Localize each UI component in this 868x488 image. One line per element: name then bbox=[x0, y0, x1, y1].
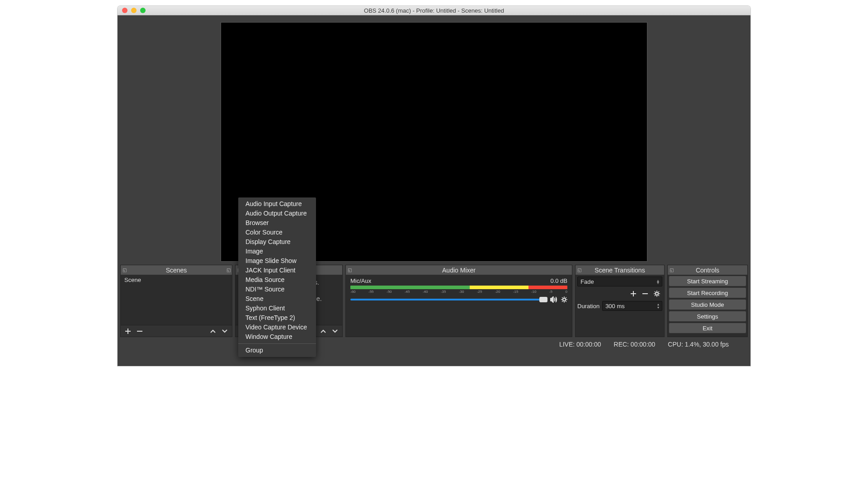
channel-db: 0.0 dB bbox=[550, 277, 567, 284]
move-source-down-button[interactable] bbox=[330, 327, 340, 336]
tick: -60 bbox=[350, 290, 356, 294]
duration-label: Duration bbox=[577, 303, 599, 310]
popout-icon[interactable]: ◱ bbox=[226, 267, 231, 273]
remove-transition-button[interactable] bbox=[641, 289, 650, 298]
tick: 0 bbox=[565, 290, 567, 294]
scenes-header: ◱ Scenes ◱ bbox=[121, 265, 232, 275]
scenes-dock: ◱ Scenes ◱ Scene bbox=[120, 265, 232, 337]
window-title: OBS 24.0.6 (mac) - Profile: Untitled - S… bbox=[118, 7, 750, 14]
menu-item-display-capture[interactable]: Display Capture bbox=[238, 237, 316, 247]
tick: -50 bbox=[387, 290, 392, 294]
tick: -25 bbox=[477, 290, 482, 294]
duration-row: Duration 300 ms ▴▾ bbox=[577, 301, 662, 311]
transition-select[interactable]: Fade ▴▾ bbox=[577, 277, 662, 286]
add-transition-button[interactable] bbox=[629, 289, 638, 298]
menu-item-color-source[interactable]: Color Source bbox=[238, 228, 316, 237]
tick: -30 bbox=[459, 290, 464, 294]
menu-item-audio-output-capture[interactable]: Audio Output Capture bbox=[238, 209, 316, 218]
titlebar: OBS 24.0.6 (mac) - Profile: Untitled - S… bbox=[118, 6, 750, 15]
transitions-header: ◱ Scene Transitions bbox=[576, 265, 664, 275]
popout-icon[interactable]: ◱ bbox=[669, 267, 674, 273]
tick: -10 bbox=[531, 290, 537, 294]
move-scene-up-button[interactable] bbox=[208, 327, 217, 336]
menu-item-browser[interactable]: Browser bbox=[238, 218, 316, 228]
duration-spinbox[interactable]: 300 ms ▴▾ bbox=[602, 301, 662, 311]
mixer-channel: Mic/Aux 0.0 dB -60 -55 -50 -45 -40 -35 -… bbox=[346, 275, 572, 305]
mixer-header: ◱ Audio Mixer bbox=[346, 265, 572, 275]
move-scene-down-button[interactable] bbox=[220, 327, 229, 336]
scene-item[interactable]: Scene bbox=[121, 275, 232, 285]
app-body: ◱ Scenes ◱ Scene bbox=[118, 15, 750, 366]
maximize-window-button[interactable] bbox=[140, 8, 146, 13]
menu-item-image[interactable]: Image bbox=[238, 247, 316, 256]
audio-mixer-dock: ◱ Audio Mixer Mic/Aux 0.0 dB -60 -55 -5 bbox=[345, 265, 572, 337]
status-live: LIVE: 00:00:00 bbox=[559, 341, 601, 348]
menu-item-text-freetype[interactable]: Text (FreeType 2) bbox=[238, 313, 316, 323]
minimize-window-button[interactable] bbox=[131, 8, 137, 13]
status-bar: LIVE: 00:00:00 REC: 00:00:00 CPU: 1.4%, … bbox=[118, 337, 750, 352]
tick: -15 bbox=[513, 290, 519, 294]
menu-item-media-source[interactable]: Media Source bbox=[238, 275, 316, 285]
menu-item-jack-input-client[interactable]: JACK Input Client bbox=[238, 266, 316, 275]
add-source-context-menu: Audio Input Capture Audio Output Capture… bbox=[238, 197, 316, 357]
add-scene-button[interactable] bbox=[123, 327, 132, 336]
audio-meter bbox=[350, 286, 567, 289]
spin-arrows-icon[interactable]: ▴▾ bbox=[657, 303, 659, 309]
transition-properties-button[interactable] bbox=[652, 289, 661, 298]
remove-scene-button[interactable] bbox=[135, 327, 144, 336]
popout-icon[interactable]: ◱ bbox=[122, 267, 127, 273]
tick: -40 bbox=[423, 290, 428, 294]
meter-ticks: -60 -55 -50 -45 -40 -35 -30 -25 -20 -15 … bbox=[350, 290, 567, 294]
gear-icon[interactable] bbox=[561, 296, 567, 303]
menu-item-audio-input-capture[interactable]: Audio Input Capture bbox=[238, 199, 316, 209]
popout-icon[interactable]: ◱ bbox=[576, 267, 582, 273]
tick: -45 bbox=[405, 290, 410, 294]
menu-item-ndi-source[interactable]: NDI™ Source bbox=[238, 285, 316, 294]
channel-name: Mic/Aux bbox=[350, 277, 371, 284]
transition-selected: Fade bbox=[580, 278, 594, 285]
start-recording-button[interactable]: Start Recording bbox=[669, 287, 746, 298]
controls-header: ◱ Controls bbox=[668, 265, 747, 275]
transitions-body: Fade ▴▾ Duration 300 ms ▴▾ bbox=[576, 275, 664, 337]
controls-dock: ◱ Controls Start Streaming Start Recordi… bbox=[667, 265, 748, 337]
scenes-title: Scenes bbox=[166, 267, 187, 274]
transitions-title: Scene Transitions bbox=[594, 267, 645, 274]
speaker-icon[interactable] bbox=[550, 296, 558, 303]
status-cpu: CPU: 1.4%, 30.00 fps bbox=[668, 341, 729, 348]
exit-button[interactable]: Exit bbox=[669, 323, 746, 333]
controls-title: Controls bbox=[696, 267, 719, 274]
svg-point-1 bbox=[563, 298, 566, 301]
menu-item-video-capture-device[interactable]: Video Capture Device bbox=[238, 323, 316, 332]
menu-item-group[interactable]: Group bbox=[238, 346, 316, 355]
preview-area bbox=[118, 15, 750, 265]
controls-body: Start Streaming Start Recording Studio M… bbox=[668, 275, 747, 337]
menu-item-image-slide-show[interactable]: Image Slide Show bbox=[238, 256, 316, 266]
docks-row: ◱ Scenes ◱ Scene bbox=[118, 265, 750, 337]
transitions-toolbar bbox=[577, 286, 662, 301]
scenes-toolbar bbox=[121, 325, 232, 337]
settings-button[interactable]: Settings bbox=[669, 311, 746, 322]
mixer-body: Mic/Aux 0.0 dB -60 -55 -50 -45 -40 -35 -… bbox=[346, 275, 572, 337]
tick: -20 bbox=[495, 290, 500, 294]
menu-item-scene[interactable]: Scene bbox=[238, 294, 316, 304]
close-window-button[interactable] bbox=[122, 8, 127, 13]
tick: -35 bbox=[441, 290, 446, 294]
menu-item-window-capture[interactable]: Window Capture bbox=[238, 332, 316, 342]
transitions-dock: ◱ Scene Transitions Fade ▴▾ Duration bbox=[575, 265, 665, 337]
popout-icon[interactable]: ◱ bbox=[347, 267, 352, 273]
app-window: OBS 24.0.6 (mac) - Profile: Untitled - S… bbox=[118, 6, 750, 366]
studio-mode-button[interactable]: Studio Mode bbox=[669, 299, 746, 310]
tick: -55 bbox=[368, 290, 374, 294]
window-controls bbox=[122, 8, 146, 13]
tick: -5 bbox=[549, 290, 552, 294]
slider-thumb[interactable] bbox=[539, 297, 547, 302]
mixer-title: Audio Mixer bbox=[442, 267, 476, 274]
volume-slider[interactable] bbox=[350, 299, 547, 300]
menu-separator bbox=[238, 343, 316, 344]
move-source-up-button[interactable] bbox=[319, 327, 328, 336]
scenes-list[interactable]: Scene bbox=[121, 275, 232, 325]
menu-item-syphon-client[interactable]: Syphon Client bbox=[238, 304, 316, 313]
start-streaming-button[interactable]: Start Streaming bbox=[669, 276, 746, 286]
svg-point-2 bbox=[656, 292, 658, 295]
status-rec: REC: 00:00:00 bbox=[614, 341, 656, 348]
